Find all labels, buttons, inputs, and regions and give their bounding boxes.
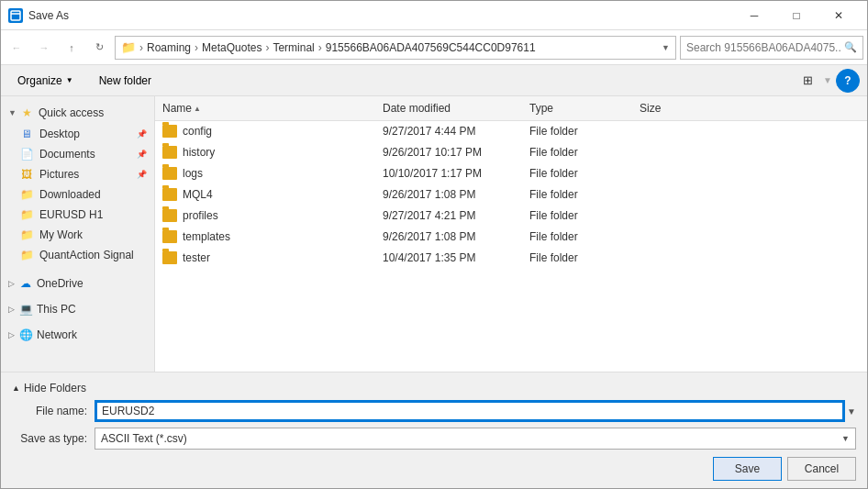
onedrive-chevron: ▷	[8, 279, 15, 288]
file-date-cell: 9/26/2017 1:08 PM	[375, 228, 522, 246]
maximize-button[interactable]: □	[775, 1, 818, 30]
pin-icon: 📌	[137, 129, 147, 139]
header-name[interactable]: Name ▲	[155, 100, 375, 117]
bottom-area: ▲ Hide Folders File name: ▼ Save as type…	[1, 372, 867, 488]
sidebar: ▼ ★ Quick access 🖥 Desktop 📌 📄 Documents…	[1, 96, 155, 372]
filename-dropdown-arrow[interactable]: ▼	[845, 406, 856, 417]
file-name: profiles	[183, 209, 218, 222]
folder-icon	[162, 188, 177, 201]
toolbar: Organize ▼ New folder ⊞ ▼ ?	[1, 65, 867, 96]
sidebar-item-eurusd[interactable]: 📁 EURUSD H1	[1, 205, 154, 225]
file-type-cell: File folder	[522, 249, 632, 267]
forward-button[interactable]: →	[32, 36, 56, 60]
main-content: ▼ ★ Quick access 🖥 Desktop 📌 📄 Documents…	[1, 96, 867, 372]
table-row[interactable]: logs 10/10/2017 1:17 PM File folder	[155, 163, 867, 184]
table-row[interactable]: MQL4 9/26/2017 1:08 PM File folder	[155, 184, 867, 206]
path-folder-icon: 📁	[121, 40, 136, 54]
hide-folders-bar[interactable]: ▲ Hide Folders	[12, 380, 856, 400]
header-size[interactable]: Size	[632, 100, 706, 117]
file-date-cell: 9/26/2017 1:08 PM	[375, 185, 522, 204]
onedrive-item[interactable]: ▷ ☁ OneDrive	[1, 271, 154, 295]
path-terminal[interactable]: Terminal	[273, 41, 314, 54]
refresh-button[interactable]: ↻	[87, 36, 111, 60]
thispc-label: This PC	[37, 303, 76, 316]
up-button[interactable]: ↑	[60, 36, 83, 60]
close-button[interactable]: ✕	[818, 1, 860, 30]
search-icon: 🔍	[844, 41, 857, 53]
table-row[interactable]: profiles 9/27/2017 4:21 PM File folder	[155, 206, 867, 227]
file-size-cell	[632, 128, 706, 134]
path-dropdown-arrow[interactable]: ▼	[662, 43, 670, 52]
search-input[interactable]	[686, 41, 840, 54]
select-arrow: ▼	[841, 434, 850, 443]
file-name-cell: templates	[155, 228, 375, 246]
network-chevron: ▷	[8, 330, 15, 339]
quantaction-folder-icon: 📁	[19, 248, 34, 262]
documents-icon: 📄	[19, 147, 34, 161]
file-name: config	[183, 125, 212, 138]
organize-button[interactable]: Organize ▼	[8, 70, 83, 92]
path-metaquotes[interactable]: MetaQuotes	[202, 41, 262, 54]
file-size-cell	[632, 234, 706, 239]
network-label: Network	[37, 328, 77, 341]
address-path[interactable]: 📁 › Roaming › MetaQuotes › Terminal › 91…	[115, 36, 676, 60]
table-row[interactable]: tester 10/4/2017 1:35 PM File folder	[155, 248, 867, 269]
minimize-button[interactable]: ─	[733, 1, 775, 30]
filetype-label: Save as type:	[12, 432, 95, 445]
file-name: templates	[183, 230, 230, 243]
sidebar-item-pictures[interactable]: 🖼 Pictures 📌	[1, 164, 154, 184]
sidebar-item-downloaded[interactable]: 📁 Downloaded	[1, 184, 154, 205]
folder-icon	[162, 209, 177, 222]
filename-label: File name:	[12, 405, 95, 417]
search-box[interactable]: 🔍	[680, 36, 863, 60]
header-type[interactable]: Type	[522, 100, 632, 117]
file-size-cell	[632, 150, 706, 155]
mywork-folder-icon: 📁	[19, 228, 34, 242]
quick-access-header[interactable]: ▼ ★ Quick access	[1, 100, 154, 124]
table-row[interactable]: history 9/26/2017 10:17 PM File folder	[155, 142, 867, 163]
help-button[interactable]: ?	[836, 69, 860, 93]
table-row[interactable]: templates 9/26/2017 1:08 PM File folder	[155, 227, 867, 248]
folder-icon	[162, 146, 177, 159]
folder-icon	[162, 230, 177, 243]
filetype-row: Save as type: ASCII Text (*.csv) ▼	[12, 428, 856, 450]
network-item[interactable]: ▷ 🌐 Network	[1, 322, 154, 346]
file-list-header: Name ▲ Date modified Type Size	[155, 96, 867, 121]
thispc-item[interactable]: ▷ 💻 This PC	[1, 296, 154, 320]
window-icon	[8, 8, 23, 23]
sidebar-item-quantaction[interactable]: 📁 QuantAction Signal	[1, 245, 154, 265]
file-name: MQL4	[183, 188, 213, 201]
toolbar-right: ⊞ ▼ ?	[796, 69, 860, 93]
sidebar-item-documents[interactable]: 📄 Documents 📌	[1, 144, 154, 164]
file-type-cell: File folder	[522, 228, 632, 246]
sidebar-item-desktop[interactable]: 🖥 Desktop 📌	[1, 124, 154, 144]
file-size-cell	[632, 255, 706, 261]
file-size-cell	[632, 171, 706, 176]
path-id[interactable]: 915566BA06ADA407569C544CC0D97611	[326, 41, 536, 54]
filename-input[interactable]	[95, 400, 845, 422]
file-name-cell: profiles	[155, 206, 375, 225]
filetype-select[interactable]: ASCII Text (*.csv) ▼	[95, 428, 856, 450]
new-folder-button[interactable]: New folder	[90, 70, 161, 92]
svg-rect-0	[11, 11, 20, 20]
sidebar-item-label: QuantAction Signal	[39, 249, 134, 261]
address-bar: ← → ↑ ↻ 📁 › Roaming › MetaQuotes › Termi…	[1, 30, 867, 65]
cancel-button[interactable]: Cancel	[787, 457, 856, 481]
table-row[interactable]: config 9/27/2017 4:44 PM File folder	[155, 121, 867, 142]
view-options-button[interactable]: ⊞	[796, 69, 819, 93]
sort-arrow: ▲	[194, 105, 201, 113]
downloaded-icon: 📁	[19, 187, 34, 202]
file-name-cell: logs	[155, 164, 375, 183]
sidebar-item-label: My Work	[39, 228, 83, 241]
sidebar-item-mywork[interactable]: 📁 My Work	[1, 225, 154, 245]
file-date-cell: 9/27/2017 4:21 PM	[375, 206, 522, 225]
thispc-chevron: ▷	[8, 305, 15, 314]
save-button[interactable]: Save	[713, 457, 782, 481]
sidebar-item-label: Documents	[39, 148, 95, 161]
back-button[interactable]: ←	[5, 36, 28, 60]
file-name: logs	[183, 167, 203, 180]
sidebar-item-label: Downloaded	[39, 188, 101, 201]
header-date[interactable]: Date modified	[375, 100, 522, 117]
file-date-cell: 9/26/2017 10:17 PM	[375, 143, 522, 161]
path-roaming[interactable]: Roaming	[147, 41, 191, 54]
